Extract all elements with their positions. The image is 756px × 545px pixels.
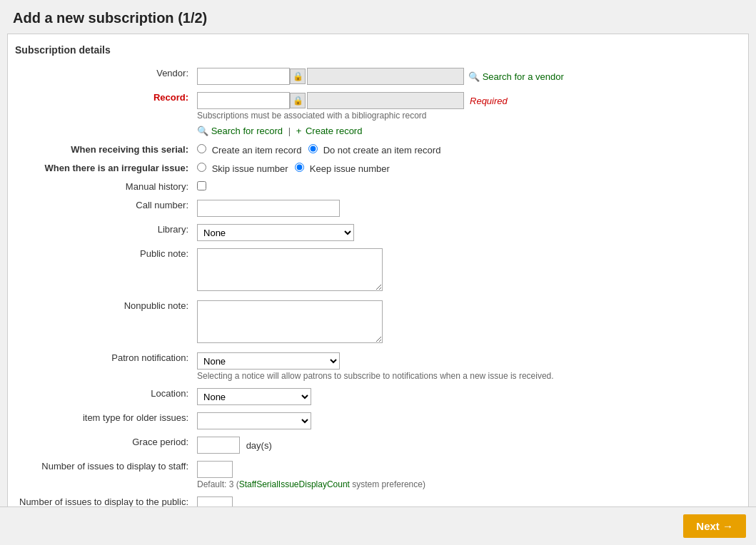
public-note-label: Public note: <box>15 245 193 297</box>
library-label: Library: <box>15 220 193 245</box>
library-select[interactable]: None <box>197 224 354 241</box>
no-create-item-label[interactable]: Do not create an item record <box>308 145 440 156</box>
grace-period-input[interactable] <box>197 437 240 454</box>
patron-notification-select[interactable]: None <box>197 352 340 370</box>
call-number-label: Call number: <box>15 196 193 220</box>
no-create-item-radio[interactable] <box>308 144 318 153</box>
vendor-row: Vendor: 🔒 🔍 Search for a vendor <box>15 64 741 88</box>
manual-history-checkbox[interactable] <box>197 181 206 190</box>
library-cell: None <box>193 220 741 245</box>
num-issues-staff-label: Number of issues to display to staff: <box>15 457 193 493</box>
irregular-issue-cell: Skip issue number Keep issue number <box>193 159 741 178</box>
search-create-record-row: 🔍 Search for record | + Create record <box>15 124 741 141</box>
staff-default-text2: system preference) <box>350 479 425 489</box>
vendor-value-cell: 🔒 🔍 Search for a vendor <box>193 64 741 88</box>
record-lock-icon: 🔒 <box>290 93 306 108</box>
library-row: Library: None <box>15 220 741 245</box>
search-vendor-label: Search for a vendor <box>483 71 564 82</box>
search-record-link[interactable]: Search for record <box>211 126 283 136</box>
record-row: Record: 🔒 Required Subscriptions must be… <box>15 88 741 124</box>
vendor-inputs: 🔒 🔍 Search for a vendor <box>197 68 564 85</box>
location-select[interactable]: None <box>197 388 311 405</box>
footer-bar: Next → <box>0 506 756 545</box>
nonpublic-note-row: Nonpublic note: <box>15 297 741 349</box>
record-name-input[interactable] <box>307 92 464 109</box>
record-help-text: Subscriptions must be associated with a … <box>197 111 737 121</box>
patron-notification-help: Selecting a notice will allow patrons to… <box>197 371 737 381</box>
create-item-text: Create an item record <box>212 145 302 156</box>
search-record-icon: 🔍 <box>197 126 208 136</box>
record-value-cell: 🔒 Required Subscriptions must be associa… <box>193 88 741 124</box>
create-record-link[interactable]: Create record <box>306 126 362 136</box>
nonpublic-note-cell <box>193 297 741 349</box>
patron-notification-cell: None Selecting a notice will allow patro… <box>193 349 741 384</box>
search-vendor-button[interactable]: 🔍 Search for a vendor <box>468 71 564 82</box>
pipe-separator: | <box>288 126 291 136</box>
grace-period-label: Grace period: <box>15 433 193 457</box>
location-label: Location: <box>15 384 193 409</box>
manual-history-label: Manual history: <box>15 178 193 196</box>
search-create-cell: 🔍 Search for record | + Create record <box>193 124 741 141</box>
item-type-cell <box>193 409 741 433</box>
call-number-row: Call number: <box>15 196 741 220</box>
irregular-issue-row: When there is an irregular issue: Skip i… <box>15 159 741 178</box>
item-type-row: item type for older issues: <box>15 409 741 433</box>
record-id-input[interactable] <box>197 92 290 109</box>
grace-period-cell: day(s) <box>193 433 741 457</box>
vendor-id-input[interactable] <box>197 68 290 85</box>
item-type-select[interactable] <box>197 412 311 429</box>
skip-issue-label[interactable]: Skip issue number <box>197 163 291 174</box>
page-title: Add a new subscription (1/2) <box>0 0 756 34</box>
call-number-cell <box>193 196 741 220</box>
form-table: Vendor: 🔒 🔍 Search for a vendor <box>15 64 741 529</box>
record-label: Record: <box>15 88 193 124</box>
section-title: Subscription details <box>15 44 741 56</box>
create-item-label[interactable]: Create an item record <box>197 145 304 156</box>
location-cell: None <box>193 384 741 409</box>
call-number-input[interactable] <box>197 200 340 217</box>
no-create-item-text: Do not create an item record <box>323 145 441 156</box>
num-issues-staff-input[interactable] <box>197 461 233 478</box>
public-note-cell <box>193 245 741 297</box>
create-item-radio[interactable] <box>197 144 206 153</box>
location-row: Location: None <box>15 384 741 409</box>
plus-icon: + <box>296 126 302 136</box>
next-button-label: Next → <box>696 520 733 532</box>
subscription-details-section: Subscription details Vendor: 🔒 🔍 Search … <box>7 34 749 544</box>
keep-issue-text: Keep issue number <box>310 163 390 174</box>
num-issues-staff-cell: Default: 3 (StaffSerialIssueDisplayCount… <box>193 457 741 493</box>
public-note-textarea[interactable] <box>197 248 383 291</box>
irregular-issue-label: When there is an irregular issue: <box>15 159 193 178</box>
item-type-label: item type for older issues: <box>15 409 193 433</box>
keep-issue-radio[interactable] <box>295 163 304 172</box>
required-text: Required <box>470 96 508 106</box>
skip-issue-radio[interactable] <box>197 163 206 172</box>
public-note-row: Public note: <box>15 245 741 297</box>
patron-notification-row: Patron notification: None Selecting a no… <box>15 349 741 384</box>
patron-notification-label: Patron notification: <box>15 349 193 384</box>
search-create-spacer <box>15 124 193 141</box>
manual-history-cell <box>193 178 741 196</box>
staff-system-pref-link[interactable]: StaffSerialIssueDisplayCount <box>239 479 350 489</box>
when-receiving-row: When receiving this serial: Create an it… <box>15 141 741 159</box>
record-inputs: 🔒 Required <box>197 92 508 109</box>
staff-default-text1: Default: 3 ( <box>197 479 239 489</box>
vendor-label: Vendor: <box>15 64 193 88</box>
when-receiving-cell: Create an item record Do not create an i… <box>193 141 741 159</box>
vendor-name-input[interactable] <box>307 68 464 85</box>
nonpublic-note-label: Nonpublic note: <box>15 297 193 349</box>
num-issues-staff-default: Default: 3 (StaffSerialIssueDisplayCount… <box>197 479 737 489</box>
keep-issue-label[interactable]: Keep issue number <box>295 163 390 174</box>
page-container: Add a new subscription (1/2) Subscriptio… <box>0 0 756 545</box>
nonpublic-note-textarea[interactable] <box>197 300 383 343</box>
grace-period-row: Grace period: day(s) <box>15 433 741 457</box>
next-button[interactable]: Next → <box>683 514 746 538</box>
search-icon: 🔍 <box>468 71 480 82</box>
manual-history-row: Manual history: <box>15 178 741 196</box>
num-issues-staff-row: Number of issues to display to staff: De… <box>15 457 741 493</box>
vendor-lock-icon: 🔒 <box>290 68 306 84</box>
day-label: day(s) <box>246 440 272 451</box>
skip-issue-text: Skip issue number <box>212 163 288 174</box>
when-receiving-label: When receiving this serial: <box>15 141 193 159</box>
